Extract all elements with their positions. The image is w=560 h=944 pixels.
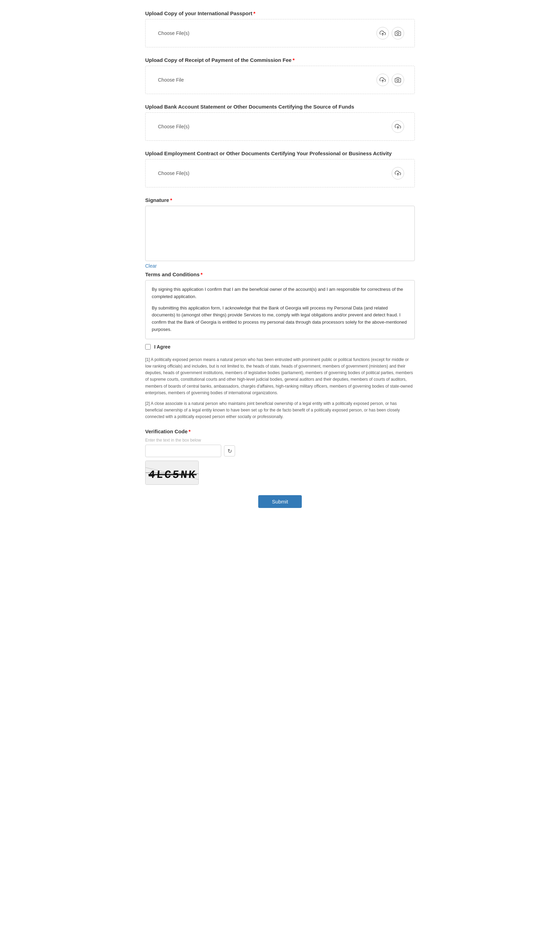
bank-upload-label: Upload Bank Account Statement or Other D… — [145, 104, 415, 109]
agree-checkbox[interactable] — [145, 344, 151, 350]
terms-paragraph1: By signing this application I confirm th… — [152, 286, 408, 300]
footnote-1: [1] A politically exposed person means a… — [145, 357, 415, 396]
employment-upload-button[interactable] — [392, 167, 404, 179]
verification-section: Verification Code* Enter the text in the… — [145, 428, 415, 485]
verification-input-row: ↻ — [145, 445, 415, 457]
employment-upload-section: Upload Employment Contract or Other Docu… — [145, 151, 415, 188]
verification-refresh-button[interactable]: ↻ — [224, 445, 235, 456]
receipt-camera-button[interactable] — [392, 74, 404, 86]
bank-upload-box: Choose File(s) — [145, 112, 415, 141]
agree-label[interactable]: I Agree — [154, 344, 171, 350]
employment-upload-label-text: Upload Employment Contract or Other Docu… — [145, 151, 392, 156]
terms-paragraph2: By submitting this application form, I a… — [152, 305, 408, 333]
terms-box: By signing this application I confirm th… — [145, 280, 415, 339]
terms-required-star: * — [200, 271, 203, 277]
employment-upload-box: Choose File(s) — [145, 159, 415, 188]
bank-upload-section: Upload Bank Account Statement or Other D… — [145, 104, 415, 141]
employment-upload-label: Upload Employment Contract or Other Docu… — [145, 151, 415, 156]
receipt-upload-label: Upload Copy of Receipt of Payment of the… — [145, 57, 415, 63]
bank-upload-button[interactable] — [392, 120, 404, 133]
bank-upload-label-text: Upload Bank Account Statement or Other D… — [145, 104, 354, 109]
bank-upload-icons — [392, 120, 409, 133]
receipt-upload-box: Choose File — [145, 66, 415, 94]
receipt-upload-button[interactable] — [377, 74, 389, 86]
footnotes-section: [1] A politically exposed person means a… — [145, 357, 415, 420]
clear-signature-link[interactable]: Clear — [145, 263, 157, 269]
receipt-required-star: * — [292, 57, 294, 63]
employment-upload-icons — [392, 167, 409, 179]
verification-label-text: Verification Code — [145, 428, 188, 434]
passport-upload-section: Upload Copy of your International Passpo… — [145, 10, 415, 48]
receipt-choose-text: Choose File — [151, 71, 377, 89]
signature-required-star: * — [170, 197, 172, 203]
svg-text:4LC5NK: 4LC5NK — [148, 469, 197, 482]
submit-button[interactable]: Submit — [258, 495, 302, 508]
passport-camera-button[interactable] — [392, 27, 404, 39]
passport-upload-label: Upload Copy of your International Passpo… — [145, 10, 415, 16]
captcha-image: 4LC5NK — [145, 460, 199, 485]
signature-label-text: Signature — [145, 197, 169, 203]
footnote-2: [2] A close associate is a natural perso… — [145, 400, 415, 420]
receipt-upload-section: Upload Copy of Receipt of Payment of the… — [145, 57, 415, 94]
verification-placeholder-text: Enter the text in the box below — [145, 438, 415, 443]
employment-choose-text: Choose File(s) — [151, 164, 392, 182]
passport-required-star: * — [253, 10, 255, 16]
passport-upload-button[interactable] — [377, 27, 389, 39]
terms-label-text: Terms and Conditions — [145, 271, 200, 277]
svg-point-1 — [397, 32, 399, 35]
submit-row: Submit — [145, 495, 415, 508]
passport-upload-label-text: Upload Copy of your International Passpo… — [145, 10, 252, 16]
verification-input[interactable] — [145, 445, 221, 457]
verification-required-star: * — [189, 428, 191, 434]
terms-section: Terms and Conditions* By signing this ap… — [145, 271, 415, 350]
receipt-upload-icons — [377, 74, 409, 86]
passport-choose-text: Choose File(s) — [151, 24, 377, 42]
verification-label: Verification Code* — [145, 428, 415, 434]
receipt-upload-label-text: Upload Copy of Receipt of Payment of the… — [145, 57, 291, 63]
passport-upload-icons — [377, 27, 409, 39]
signature-label: Signature* — [145, 197, 415, 203]
agree-row: I Agree — [145, 344, 415, 350]
passport-upload-box: Choose File(s) — [145, 19, 415, 48]
signature-canvas[interactable] — [145, 206, 415, 261]
terms-label: Terms and Conditions* — [145, 271, 415, 277]
svg-point-3 — [397, 79, 399, 81]
bank-choose-text: Choose File(s) — [151, 117, 392, 136]
signature-section: Signature* Clear — [145, 197, 415, 269]
